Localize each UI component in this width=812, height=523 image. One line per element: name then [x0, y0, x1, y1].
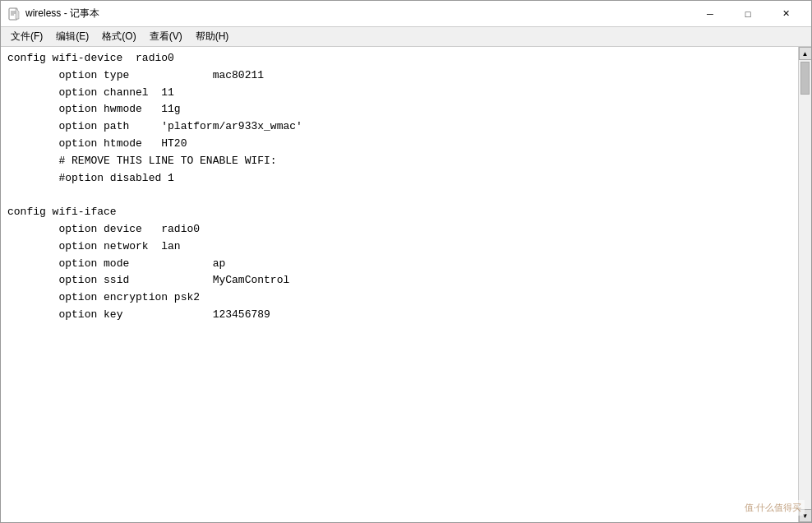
content-area: config wifi-device radio0 option type ma…	[1, 47, 811, 522]
scroll-thumb[interactable]	[800, 62, 810, 95]
menu-help[interactable]: 帮助(H)	[189, 27, 236, 46]
title-bar: wireless - 记事本 ─ □ ✕	[1, 1, 811, 27]
menu-edit[interactable]: 编辑(E)	[49, 27, 95, 46]
window-controls: ─ □ ✕	[691, 1, 805, 27]
menu-view[interactable]: 查看(V)	[143, 27, 189, 46]
menu-format[interactable]: 格式(O)	[95, 27, 142, 46]
minimize-button[interactable]: ─	[691, 1, 729, 27]
vertical-scrollbar[interactable]: ▲ ▼	[798, 47, 811, 522]
menu-bar: 文件(F) 编辑(E) 格式(O) 查看(V) 帮助(H)	[1, 27, 811, 47]
maximize-button[interactable]: □	[729, 1, 767, 27]
scroll-down-button[interactable]: ▼	[799, 509, 812, 522]
scroll-track[interactable]	[799, 60, 811, 509]
menu-file[interactable]: 文件(F)	[4, 27, 49, 46]
notepad-window: wireless - 记事本 ─ □ ✕ 文件(F) 编辑(E) 格式(O) 查…	[0, 0, 812, 523]
window-title: wireless - 记事本	[25, 7, 691, 21]
text-editor[interactable]: config wifi-device radio0 option type ma…	[1, 47, 798, 522]
svg-marker-4	[16, 8, 19, 19]
app-icon	[7, 7, 21, 21]
scroll-up-button[interactable]: ▲	[799, 47, 812, 60]
close-button[interactable]: ✕	[767, 1, 805, 27]
